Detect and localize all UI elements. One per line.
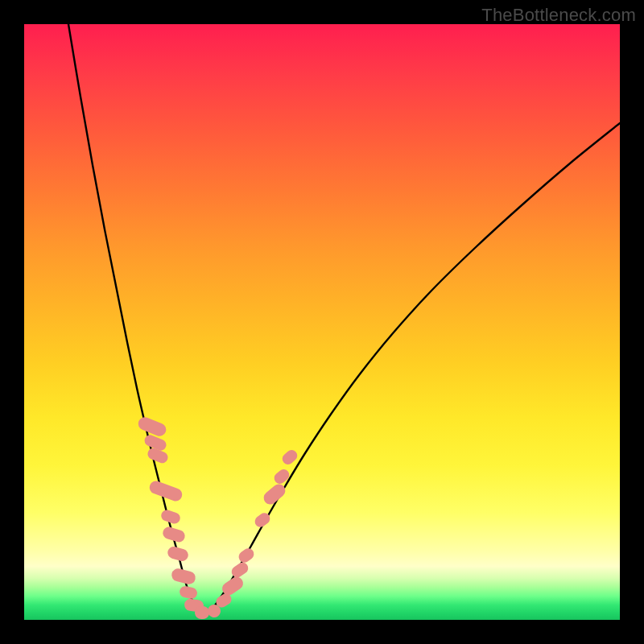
bottleneck-curve xyxy=(68,24,200,612)
data-marker xyxy=(280,448,299,467)
curve-layer xyxy=(24,24,620,620)
watermark-text: TheBottleneck.com xyxy=(481,5,636,26)
data-marker xyxy=(159,509,181,526)
data-marker xyxy=(166,545,189,563)
chart-frame: TheBottleneck.com xyxy=(0,0,644,644)
data-marker xyxy=(272,467,291,486)
bottleneck-curve xyxy=(209,123,620,613)
data-marker xyxy=(148,479,184,502)
data-marker xyxy=(195,606,209,619)
data-marker xyxy=(237,546,256,564)
data-marker xyxy=(136,415,167,438)
data-marker xyxy=(179,585,198,600)
plot-area xyxy=(24,24,620,620)
data-marker xyxy=(171,568,197,586)
